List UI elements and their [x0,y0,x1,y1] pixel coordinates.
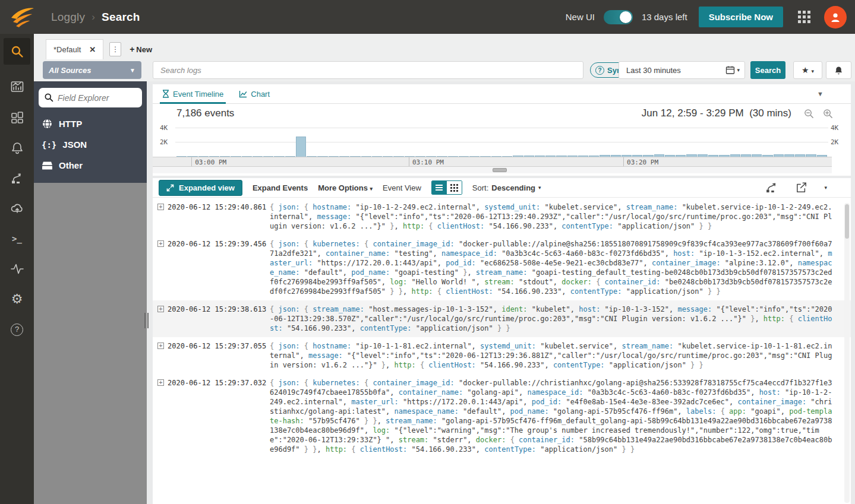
expand-event-icon[interactable]: + [157,240,164,247]
time-range-summary: Jun 12, 2:59 - 3:29 PM (30 mins) [642,107,791,119]
scrollbar-thumb[interactable] [493,168,507,172]
search-icon [10,45,24,59]
expand-event-icon[interactable]: + [157,343,164,349]
field-group-json[interactable]: {:} JSON [39,134,142,155]
nav-source-groups[interactable] [10,170,25,186]
new-tab-button[interactable]: +New [130,45,152,54]
charts-icon [10,80,24,94]
field-group-label: JSON [62,140,87,150]
sort-value: Descending [491,183,535,192]
tab-menu-button[interactable]: ⋮ [109,42,121,56]
nav-charts[interactable] [10,80,25,95]
time-range-dropdown[interactable]: Last 30 minutes ▾ [619,61,745,79]
event-json-text: { json: { kubernetes: { container_image_… [270,378,835,454]
source-groups-icon [10,171,24,185]
event-timestamp: 2020-06-12 15:29:39.456 [168,239,270,249]
field-explorer-items: HTTP {:} JSON Other [39,113,142,176]
chevron-down-icon[interactable]: ▾ [824,185,827,191]
share-icon[interactable] [796,182,807,193]
field-explorer-input[interactable] [39,88,142,107]
field-group-http[interactable]: HTTP [39,113,142,134]
search-icon [44,93,54,103]
event-histogram: 4K 2K 4K 2K [153,122,851,157]
events-panel: Expanded view Expand Events More Options… [153,178,851,504]
grid-view-button[interactable] [447,181,462,194]
field-group-other[interactable]: Other [39,155,142,176]
avatar[interactable] [824,6,847,28]
saved-searches-button[interactable]: ★ ▾ [793,61,822,79]
cloud-upload-icon [10,201,24,215]
field-explorer: HTTP {:} JSON Other [34,81,147,183]
log-event-row[interactable]: +2020-06-12 15:29:37.032{ json: { kubern… [153,374,851,458]
close-icon[interactable]: ✕ [89,45,96,54]
nav-archive[interactable] [10,201,25,216]
event-timestamp: 2020-06-12 15:29:38.613 [168,305,270,314]
breadcrumb-product[interactable]: Loggly [51,11,85,24]
dashboards-icon [10,110,24,125]
alerts-bell-button[interactable] [826,61,851,79]
zoom-in-icon[interactable] [823,109,833,119]
nav-terminal[interactable]: >_ [10,231,25,246]
new-ui-toggle[interactable] [604,10,633,24]
grid-icon [450,184,458,192]
question-icon: ? [595,66,604,75]
event-json-text: { json: { stream_name: "host.messages-ip… [270,305,835,333]
apps-grid-icon[interactable] [798,11,810,23]
more-options-dropdown[interactable]: More Options ▾ [318,183,373,192]
header-actions: New UI 13 days left Subscribe Now [566,6,847,28]
collapse-panel-chevron-icon[interactable]: ▼ [817,90,824,97]
panel-resize-handle[interactable] [144,313,149,328]
expand-event-icon[interactable]: + [157,204,164,210]
scrollbar-thumb[interactable] [845,204,849,239]
histogram-scrollbar[interactable] [153,167,832,173]
tab-default[interactable]: *Default ✕ [46,39,103,59]
nav-settings[interactable]: ⚙ [10,291,25,307]
histogram-bars [176,122,827,157]
tab-chart[interactable]: Chart [239,84,270,104]
log-event-row[interactable]: +2020-06-12 15:29:39.456{ json: { kubern… [153,235,851,300]
tab-event-timeline[interactable]: Event Timeline [162,84,223,104]
settings-gear-icon: ⚙ [11,293,23,306]
sources-dropdown[interactable]: All Sources ▼ [43,61,141,79]
bell-icon [10,141,24,155]
nav-help[interactable]: ? [10,322,25,337]
derived-chart-icon[interactable] [766,182,779,193]
y-tick-label: 2K [160,138,178,146]
sources-dropdown-label: All Sources [49,66,92,75]
search-button[interactable]: Search [750,61,785,79]
expand-event-icon[interactable]: + [157,306,164,312]
chevron-down-icon: ▾ [538,185,541,191]
event-json-text: { json: { kubernetes: { container_image_… [270,239,835,296]
nav-dashboards[interactable] [10,110,25,125]
nav-usage[interactable] [10,261,25,277]
y-tick-label: 4K [831,124,848,132]
log-event-row[interactable]: +2020-06-12 15:29:37.055{ json: { hostna… [153,337,851,374]
globe-icon [42,118,53,129]
log-event-row[interactable]: +2020-06-12 15:29:38.613{ json: { stream… [153,300,851,337]
field-explorer-panel: HTTP {:} JSON Other [34,81,147,504]
log-event-row[interactable]: +2020-06-12 15:29:40.861{ json: { hostna… [153,198,851,235]
hourglass-icon [162,90,169,98]
left-nav-rail: >_ ⚙ ? [0,34,34,504]
trial-days-left: 13 days left [642,12,687,22]
nav-alerts[interactable] [10,140,25,156]
sort-label: Sort: [472,183,488,192]
sort-dropdown[interactable]: Sort: Descending ▾ [472,183,541,192]
zoom-out-icon[interactable] [804,109,814,119]
event-list-scrollbar[interactable] [844,203,850,503]
solarwinds-logo [10,5,36,29]
timeline-tabs: Event Timeline Chart ▼ [153,84,851,104]
app-header: Loggly › Search New UI 13 days left Subs… [0,0,855,34]
expand-event-icon[interactable]: + [157,379,164,386]
list-view-button[interactable] [432,181,447,194]
expanded-view-button[interactable]: Expanded view [159,180,242,196]
expanded-view-label: Expanded view [179,183,235,192]
search-input[interactable] [153,61,583,79]
subscribe-button[interactable]: Subscribe Now [699,7,783,27]
y-tick-label: 2K [831,138,848,146]
expand-events-button[interactable]: Expand Events [253,183,308,192]
breadcrumb-separator: › [92,11,95,23]
time-range-label: Last 30 minutes [626,66,681,75]
nav-search[interactable] [4,38,30,65]
histogram-bar[interactable] [296,137,306,157]
